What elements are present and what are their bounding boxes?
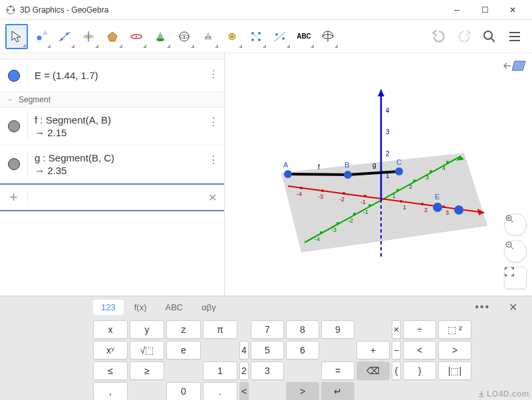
svg-line-92 <box>511 220 513 223</box>
key-lt[interactable]: < <box>403 341 436 359</box>
tool-plane[interactable] <box>77 24 100 49</box>
key-minus[interactable]: − <box>392 341 401 359</box>
window-title: 3D Graphics - GeoGebra <box>20 5 443 15</box>
key-5[interactable]: 5 <box>251 341 284 359</box>
tool-circle[interactable] <box>125 24 148 49</box>
minimize-button[interactable]: ─ <box>443 1 471 19</box>
algebra-section-segment[interactable]: − Segment <box>0 92 224 108</box>
fullscreen-button[interactable] <box>504 266 527 289</box>
row-menu-icon[interactable]: ⋮ <box>208 68 224 80</box>
zoom-in-button[interactable] <box>504 213 527 236</box>
svg-point-7 <box>61 38 63 41</box>
key-right[interactable]: > <box>286 382 319 400</box>
key-backspace[interactable]: ⌫ <box>356 361 390 380</box>
key-3[interactable]: 3 <box>251 361 284 380</box>
tool-rotate-view[interactable] <box>317 24 339 49</box>
visibility-toggle[interactable] <box>0 64 28 87</box>
svg-text:E: E <box>435 193 440 201</box>
key-plus[interactable]: + <box>356 341 390 359</box>
key-sqrt[interactable]: √⬚ <box>130 341 164 359</box>
kb-tab-fx[interactable]: f(x) <box>126 300 155 315</box>
kb-tab-123[interactable]: 123 <box>93 300 124 315</box>
svg-text:2: 2 <box>386 150 390 157</box>
key-ge[interactable]: ≥ <box>130 361 164 380</box>
key-lparen[interactable]: ( <box>392 361 401 380</box>
kb-tab-greek[interactable]: αβγ <box>194 300 224 315</box>
svg-point-27 <box>275 33 278 36</box>
tool-polygon[interactable] <box>101 24 124 49</box>
key-e[interactable]: e <box>166 341 201 359</box>
svg-point-59 <box>400 200 402 203</box>
key-rparen[interactable]: ) <box>403 361 436 380</box>
hamburger-menu[interactable] <box>503 25 527 49</box>
key-6[interactable]: 6 <box>286 341 319 359</box>
collapse-icon[interactable]: − <box>5 95 15 104</box>
key-comma[interactable]: , <box>93 382 128 400</box>
key-y[interactable]: y <box>130 320 164 339</box>
visibility-toggle[interactable] <box>0 150 28 179</box>
3d-canvas[interactable]: 1 2 3 4 -4 -3 -2 -1 1 2 3 -4 -3 -2 -1 <box>225 53 532 296</box>
key-div[interactable]: ÷ <box>403 320 436 339</box>
tool-point[interactable]: A <box>29 24 52 49</box>
view-toggle-button[interactable] <box>503 57 527 77</box>
zoom-out-button[interactable] <box>504 240 527 262</box>
svg-text:2: 2 <box>424 207 428 213</box>
undo-button[interactable] <box>427 25 451 49</box>
key-left[interactable]: < <box>239 382 249 400</box>
key-eq[interactable]: = <box>321 361 354 380</box>
algebra-input[interactable] <box>28 185 200 210</box>
key-pi[interactable]: π <box>203 320 237 339</box>
tool-intersect[interactable] <box>197 24 219 49</box>
key-pow[interactable]: xʸ <box>93 341 128 359</box>
add-input-icon[interactable]: + <box>0 189 28 206</box>
tool-move[interactable] <box>5 24 28 49</box>
svg-text:-1: -1 <box>360 199 366 205</box>
tool-angle[interactable] <box>245 24 267 49</box>
search-button[interactable] <box>477 25 501 49</box>
algebra-row-segment-f[interactable]: f : Segment(A, B) → 2.15 ⋮ <box>0 108 224 146</box>
svg-text:-2: -2 <box>339 196 344 203</box>
algebra-toggle-bar[interactable] <box>0 53 224 60</box>
key-dot[interactable]: . <box>203 382 237 400</box>
svg-marker-43 <box>378 90 384 96</box>
key-2[interactable]: 2 <box>239 361 249 380</box>
key-8[interactable]: 8 <box>286 320 319 339</box>
tool-tangent[interactable] <box>221 24 243 49</box>
algebra-row-segment-g[interactable]: g : Segment(B, C) → 2.35 ⋮ <box>0 146 224 183</box>
algebra-row-point-E[interactable]: E = (1.44, 1.7) ⋮ <box>0 60 224 92</box>
key-z[interactable]: z <box>166 320 201 339</box>
key-abs[interactable]: |⬚| <box>438 361 471 380</box>
key-1[interactable]: 1 <box>203 361 237 380</box>
app-icon <box>5 5 16 15</box>
titlebar: 3D Graphics - GeoGebra ─ ☐ ✕ <box>0 0 532 20</box>
maximize-button[interactable]: ☐ <box>471 1 499 19</box>
kb-close-icon[interactable]: ✕ <box>501 301 525 314</box>
redo-button[interactable] <box>452 25 476 49</box>
visibility-toggle[interactable] <box>0 112 28 141</box>
key-x[interactable]: x <box>93 320 128 339</box>
key-9[interactable]: 9 <box>321 320 354 339</box>
key-le[interactable]: ≤ <box>93 361 128 380</box>
svg-point-17 <box>184 35 186 37</box>
key-sq[interactable]: ⬚ ² <box>438 320 471 339</box>
row-menu-icon[interactable]: ⋮ <box>208 116 224 128</box>
tool-text[interactable]: ABC <box>293 24 315 49</box>
tool-cone[interactable] <box>149 24 172 49</box>
3d-graphics-view[interactable]: 1 2 3 4 -4 -3 -2 -1 1 2 3 -4 -3 -2 -1 <box>225 53 532 296</box>
key-gt[interactable]: > <box>438 341 471 359</box>
kb-tab-abc[interactable]: ABC <box>157 300 191 315</box>
svg-point-57 <box>342 192 345 195</box>
tool-reflect[interactable] <box>269 24 291 49</box>
clear-input-icon[interactable]: ✕ <box>200 191 224 204</box>
svg-point-69 <box>446 161 449 163</box>
key-4[interactable]: 4 <box>239 341 249 359</box>
key-enter[interactable]: ↵ <box>321 382 354 400</box>
key-0[interactable]: 0 <box>166 382 201 400</box>
tool-line[interactable] <box>53 24 76 49</box>
row-menu-icon[interactable]: ⋮ <box>208 153 224 166</box>
kb-more-icon[interactable]: ••• <box>467 301 498 313</box>
key-7[interactable]: 7 <box>251 320 284 339</box>
close-button[interactable]: ✕ <box>499 1 527 19</box>
key-mult[interactable]: × <box>392 320 401 339</box>
tool-sphere[interactable] <box>173 24 196 49</box>
